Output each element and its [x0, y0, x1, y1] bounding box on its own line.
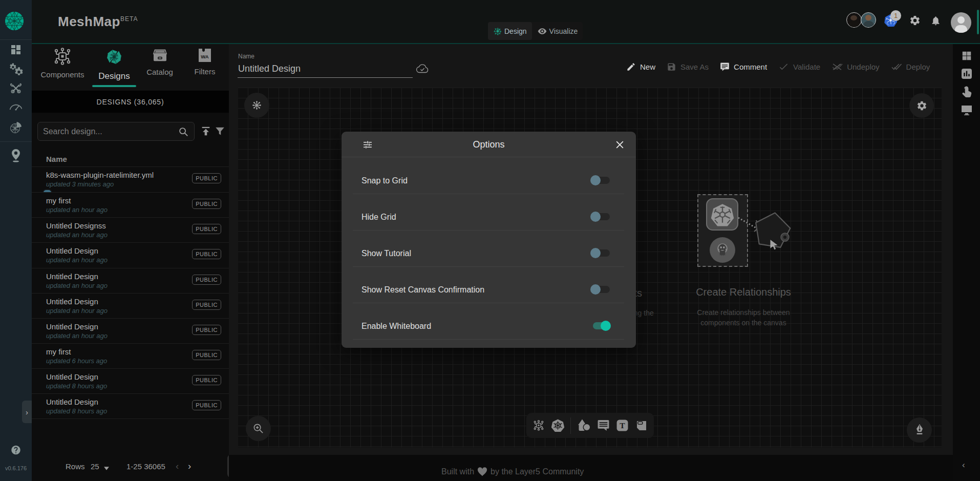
svg-text:T: T: [620, 421, 626, 430]
svg-text:WA: WA: [201, 54, 208, 59]
